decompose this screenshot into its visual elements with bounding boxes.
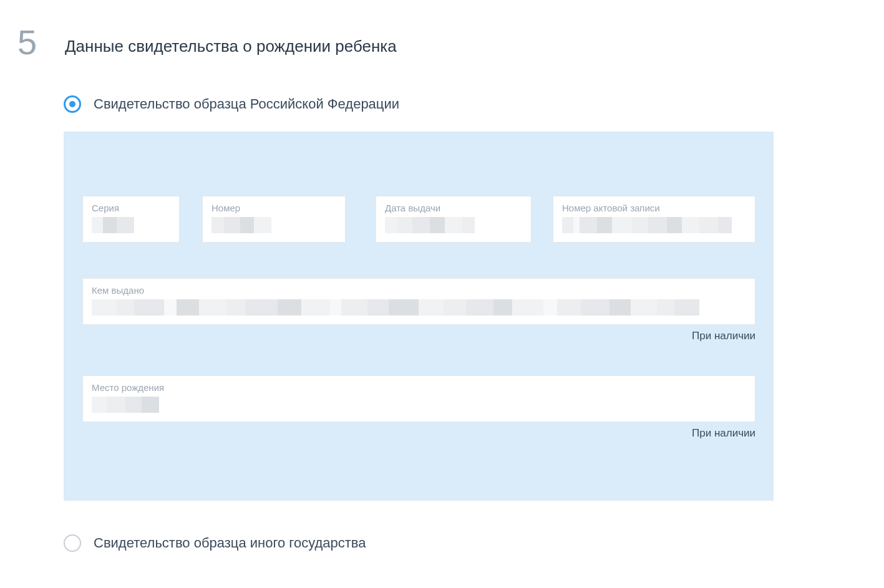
series-label: Серия: [92, 203, 170, 213]
number-label: Номер: [211, 203, 336, 213]
radio-label-rf: Свидетельство образца Российской Федерац…: [94, 96, 399, 112]
issued-by-label: Кем выдано: [92, 285, 746, 296]
issue-date-label: Дата выдачи: [385, 203, 522, 213]
issue-date-field[interactable]: Дата выдачи: [376, 196, 532, 243]
form-panel: Серия Номер Дата выдачи Номер актовой за…: [64, 132, 774, 501]
record-number-value: [562, 217, 746, 234]
step-number: 5: [17, 25, 37, 60]
birth-place-field[interactable]: Место рождения: [82, 375, 755, 422]
birth-place-help: При наличии: [82, 427, 755, 440]
series-value: [92, 217, 170, 234]
number-value: [211, 217, 336, 234]
panel-arrow-icon: [129, 124, 144, 132]
birth-place-label: Место рождения: [92, 382, 746, 393]
issued-by-help: При наличии: [82, 330, 755, 342]
radio-label-foreign: Свидетельство образца иного государства: [94, 535, 366, 551]
birth-place-value: [92, 397, 746, 414]
series-field[interactable]: Серия: [82, 196, 180, 243]
issued-by-field[interactable]: Кем выдано: [82, 278, 755, 325]
issued-by-value: [92, 299, 746, 317]
number-field[interactable]: Номер: [202, 196, 346, 243]
record-number-label: Номер актовой записи: [562, 203, 746, 213]
radio-unchecked-icon: [64, 534, 81, 552]
issue-date-value: [385, 217, 522, 234]
radio-option-rf[interactable]: Свидетельство образца Российской Федерац…: [64, 95, 399, 113]
section-title: Данные свидетельства о рождении ребенка: [65, 37, 397, 56]
radio-option-foreign[interactable]: Свидетельство образца иного государства: [64, 534, 366, 552]
radio-checked-icon: [64, 95, 81, 113]
record-number-field[interactable]: Номер актовой записи: [553, 196, 755, 243]
